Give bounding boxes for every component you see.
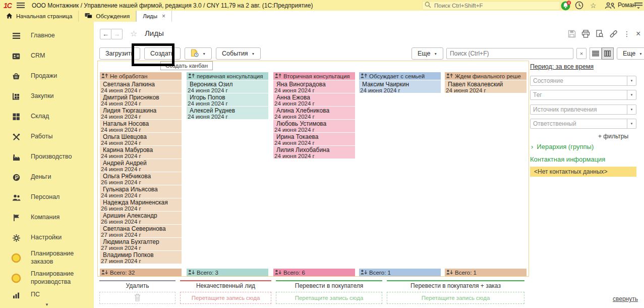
list-search-input[interactable] [447, 49, 570, 58]
contact-info-header[interactable]: Контактная информация [530, 156, 605, 163]
kanban-card[interactable]: Лилия Лихобабина24 июня 2024 г [273, 146, 355, 159]
add-filters-link[interactable]: + фильтры [598, 133, 628, 140]
drop-zone-target[interactable]: Перетащите запись сюда [180, 292, 271, 304]
kanban-column-header[interactable]: Вторичная консультация [273, 72, 355, 80]
notifications-bell-icon[interactable]: 4 [561, 1, 571, 10]
kanban-card[interactable]: Алексей Руднев24 июня 2024 г [187, 107, 268, 119]
back-button[interactable]: ← [100, 29, 111, 39]
kanban-card[interactable]: Надежда Мариненская26 июня 2024 г [100, 198, 182, 211]
kanban-card[interactable]: Ольга Рябчикова26 июня 2024 г [100, 172, 182, 185]
drop-zone-target[interactable] [99, 292, 175, 304]
kanban-card[interactable]: Яна Виноградова24 июня 2024 г [273, 80, 355, 93]
more-button-right[interactable]: Еще▼ [617, 47, 644, 60]
kanban-card[interactable]: Вероника Озил24 июня 2024 г [187, 80, 268, 93]
tab-close-icon[interactable]: × [162, 13, 165, 20]
favorites-star-icon[interactable]: ☆ [590, 1, 597, 10]
sidebar-item-14[interactable]: ПС [0, 288, 94, 301]
kanban-card-date: 24 июня 2024 г [101, 153, 182, 159]
drop-zone-target[interactable]: Перетащите запись сюда [387, 292, 524, 304]
filter-field-2[interactable]: Тег▼ [530, 90, 636, 100]
history-clock-icon[interactable] [575, 1, 583, 10]
kanban-card[interactable]: Наталья Носова24 июня 2024 г [100, 120, 182, 132]
kanban-card[interactable]: Анна Ежова24 июня 2024 г [273, 93, 355, 106]
dropdown-arrow-icon[interactable]: ▼ [627, 90, 636, 99]
kanban-card[interactable]: Людмила Бухгалтер27 июня 2024 г [100, 238, 182, 250]
sidebar-item-7[interactable]: Производство [0, 147, 94, 167]
sidebar-item-11[interactable]: Настройки [0, 228, 94, 248]
kanban-card-name: Надежда Мариненская [103, 199, 182, 206]
sidebar-item-1[interactable]: Главное [0, 26, 94, 46]
kanban-card[interactable]: Владимир Попков27 июня 2024 г [100, 251, 182, 264]
kanban-column-header[interactable]: Ждем финального реше [445, 72, 526, 80]
sidebar-item-9[interactable]: Персонал [0, 187, 94, 208]
kanban-card[interactable]: Ольга Шевцова24 июня 2024 г [100, 133, 182, 145]
sidebar-item-6[interactable]: Работы [0, 127, 94, 147]
kanban-card[interactable]: Игорь Попов24 июня 2024 г [187, 93, 268, 106]
sidebar-item-13[interactable]: Планирование производства [0, 268, 94, 288]
kanban-view-icon[interactable] [602, 47, 614, 60]
sidebar-item-5[interactable]: Склад [0, 107, 94, 127]
more-actions-kebab-icon[interactable]: ⋮ [623, 30, 630, 38]
filter-field-4[interactable]: Ответственный▼ [530, 119, 636, 129]
hierarchy-groups-link[interactable]: ›Иерархия (группы) [531, 143, 594, 150]
create-button[interactable]: Создать [144, 47, 181, 60]
kanban-card[interactable]: Павел Ковалевский24 июня 2024 г [445, 80, 526, 93]
kanban-card[interactable]: Аришин Александр26 июня 2024 г [100, 212, 182, 224]
print-icon[interactable] [581, 30, 590, 38]
kanban-card[interactable]: Светлана Лапкина24 июня 2024 г [100, 80, 182, 93]
sidebar-item-3[interactable]: Продажи [0, 66, 94, 86]
kanban-column-header[interactable]: первичная консультация [187, 72, 268, 80]
sidebar-item-2[interactable]: CRM [0, 46, 94, 66]
sidebar-item-12[interactable]: Планирование заказов [0, 248, 94, 268]
period-link[interactable]: Период: за все время [530, 63, 594, 70]
create-based-on-button[interactable]: ▼ [185, 47, 212, 60]
service-menu-icon[interactable] [634, 1, 642, 10]
events-button[interactable]: События▼ [216, 47, 261, 60]
filter-field-3[interactable]: Источник привлечения▼ [530, 105, 636, 115]
tab-1[interactable]: Начальная страница [0, 11, 79, 22]
load-button[interactable]: Загрузить [99, 47, 140, 60]
kanban-total-label: Всего: 32 [110, 270, 135, 276]
sidebar-scroll-down-icon[interactable]: ▼ [0, 302, 94, 307]
list-search[interactable] [446, 48, 573, 59]
dropdown-arrow-icon[interactable]: ▼ [627, 76, 636, 85]
global-search-input[interactable] [433, 2, 546, 9]
kanban-card[interactable]: Любовь Устимова24 июня 2024 г [273, 120, 355, 132]
sidebar-item-4[interactable]: Закупки [0, 86, 94, 107]
kanban-card[interactable]: Карина Мабурова24 июня 2024 г [100, 146, 182, 159]
list-view-icon[interactable] [590, 47, 602, 60]
dropdown-arrow-icon[interactable]: ▼ [627, 119, 636, 128]
sidebar-item-8[interactable]: Деньги [0, 167, 94, 187]
drop-zone-target[interactable]: Перетащите запись сюда [276, 292, 382, 304]
tab-3[interactable]: Лиды× [136, 11, 172, 22]
clear-search-button[interactable]: × [576, 48, 587, 59]
current-user[interactable]: Роман [618, 2, 636, 9]
kanban-card[interactable]: Лидия Тюргашкина24 июня 2024 г [100, 107, 182, 119]
favorite-star-icon[interactable]: ☆ [130, 29, 137, 38]
main-menu-icon[interactable] [17, 3, 25, 8]
kanban-card[interactable]: Гульнара Ильясова24 июня 2024 г [100, 185, 182, 198]
dropdown-arrow-icon[interactable]: ▼ [627, 105, 636, 114]
save-icon[interactable] [568, 30, 576, 38]
global-search[interactable] [422, 1, 560, 10]
kanban-card[interactable]: Алина Хлебникова24 июня 2024 г [273, 107, 355, 119]
forward-button[interactable]: → [111, 29, 123, 39]
kanban-column-header[interactable]: Не обработан [100, 72, 182, 80]
filter-field-1[interactable]: Состояние▼ [530, 76, 636, 86]
sidebar-item-10[interactable]: Компания [0, 208, 94, 228]
collapse-link[interactable]: свернуть [613, 295, 638, 302]
preview-icon[interactable] [596, 30, 604, 38]
no-contact-data-row[interactable]: <Нет контактных данных> [530, 167, 636, 177]
more-button-left[interactable]: Еще▼ [412, 47, 443, 60]
users-icon[interactable] [604, 1, 615, 10]
kanban-card-name: Ирина Токаева [276, 134, 355, 140]
kanban-card[interactable]: Дмитрий Присняков24 июня 2024 г [100, 93, 182, 106]
close-form-icon[interactable]: × [636, 29, 640, 38]
kanban-card[interactable]: Максим Чаиркин24 июня 2024 г [359, 80, 441, 93]
kanban-column-header[interactable]: Обсуждает с семьей [359, 72, 441, 80]
kanban-card[interactable]: Андрей Андрей24 июня 2024 г [100, 159, 182, 172]
kanban-card[interactable]: Светлана Северинова27 июня 2024 г [100, 225, 182, 237]
tab-2[interactable]: Обсуждения [79, 11, 136, 22]
kanban-card[interactable]: Ирина Токаева24 июня 2024 г [273, 133, 355, 145]
link-icon[interactable] [609, 30, 618, 38]
